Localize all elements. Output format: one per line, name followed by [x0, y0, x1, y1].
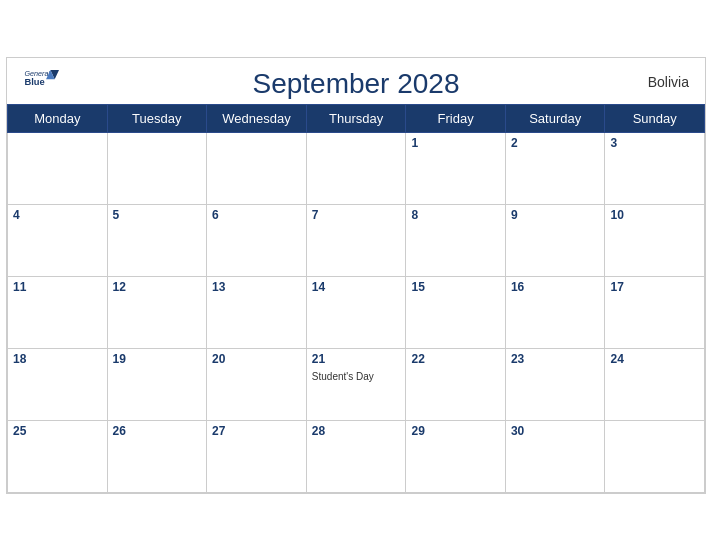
day-number: 18	[13, 352, 102, 366]
calendar-day-cell: 10	[605, 204, 705, 276]
calendar-day-cell	[107, 132, 207, 204]
day-number: 3	[610, 136, 699, 150]
day-number: 5	[113, 208, 202, 222]
calendar-day-cell: 20	[207, 348, 307, 420]
day-number: 4	[13, 208, 102, 222]
day-number: 1	[411, 136, 499, 150]
day-number: 21	[312, 352, 401, 366]
day-number: 13	[212, 280, 301, 294]
calendar-day-cell: 23	[505, 348, 605, 420]
calendar-day-cell: 22	[406, 348, 505, 420]
day-number: 27	[212, 424, 301, 438]
day-number: 30	[511, 424, 600, 438]
calendar-day-cell: 2	[505, 132, 605, 204]
calendar-day-cell: 29	[406, 420, 505, 492]
calendar-day-cell: 12	[107, 276, 207, 348]
calendar-day-cell	[306, 132, 406, 204]
calendar-day-cell: 3	[605, 132, 705, 204]
calendar-title: September 2028	[23, 68, 689, 100]
calendar-week-row: 123	[8, 132, 705, 204]
calendar-table: Monday Tuesday Wednesday Thursday Friday…	[7, 104, 705, 493]
calendar-day-cell: 8	[406, 204, 505, 276]
day-number: 25	[13, 424, 102, 438]
calendar-day-cell: 7	[306, 204, 406, 276]
calendar-day-cell: 5	[107, 204, 207, 276]
weekday-saturday: Saturday	[505, 104, 605, 132]
day-number: 28	[312, 424, 401, 438]
calendar-day-cell: 25	[8, 420, 108, 492]
day-number: 6	[212, 208, 301, 222]
day-number: 11	[13, 280, 102, 294]
calendar-day-cell: 6	[207, 204, 307, 276]
calendar-day-cell: 27	[207, 420, 307, 492]
calendar-day-cell: 14	[306, 276, 406, 348]
calendar-day-cell: 17	[605, 276, 705, 348]
weekday-friday: Friday	[406, 104, 505, 132]
calendar-week-row: 45678910	[8, 204, 705, 276]
day-number: 2	[511, 136, 600, 150]
calendar-day-cell: 15	[406, 276, 505, 348]
calendar-day-cell: 1	[406, 132, 505, 204]
day-number: 8	[411, 208, 499, 222]
day-number: 9	[511, 208, 600, 222]
calendar-day-cell: 28	[306, 420, 406, 492]
weekday-tuesday: Tuesday	[107, 104, 207, 132]
weekday-monday: Monday	[8, 104, 108, 132]
general-blue-logo-icon: General Blue	[23, 66, 59, 94]
calendar-day-cell	[207, 132, 307, 204]
day-number: 12	[113, 280, 202, 294]
day-number: 20	[212, 352, 301, 366]
weekday-sunday: Sunday	[605, 104, 705, 132]
calendar-day-cell: 21Student's Day	[306, 348, 406, 420]
weekday-wednesday: Wednesday	[207, 104, 307, 132]
calendar-day-cell: 13	[207, 276, 307, 348]
calendar-week-row: 252627282930	[8, 420, 705, 492]
calendar-day-cell	[605, 420, 705, 492]
day-number: 15	[411, 280, 499, 294]
day-number: 19	[113, 352, 202, 366]
calendar-day-cell: 4	[8, 204, 108, 276]
calendar-day-cell: 19	[107, 348, 207, 420]
day-number: 22	[411, 352, 499, 366]
calendar-day-cell: 11	[8, 276, 108, 348]
calendar-day-cell: 24	[605, 348, 705, 420]
calendar-day-cell: 18	[8, 348, 108, 420]
day-number: 24	[610, 352, 699, 366]
calendar-day-cell: 16	[505, 276, 605, 348]
day-number: 14	[312, 280, 401, 294]
day-number: 7	[312, 208, 401, 222]
calendar-week-row: 11121314151617	[8, 276, 705, 348]
day-number: 26	[113, 424, 202, 438]
weekday-header-row: Monday Tuesday Wednesday Thursday Friday…	[8, 104, 705, 132]
day-number: 16	[511, 280, 600, 294]
calendar-day-cell: 30	[505, 420, 605, 492]
calendar-day-cell	[8, 132, 108, 204]
calendar-header: General Blue September 2028 Bolivia	[7, 58, 705, 104]
svg-text:Blue: Blue	[24, 77, 44, 87]
day-number: 23	[511, 352, 600, 366]
day-number: 17	[610, 280, 699, 294]
brand-logo-area: General Blue	[23, 66, 59, 94]
calendar-week-row: 18192021Student's Day222324	[8, 348, 705, 420]
day-number: 29	[411, 424, 499, 438]
calendar-day-cell: 9	[505, 204, 605, 276]
day-event-label: Student's Day	[312, 371, 374, 382]
day-number: 10	[610, 208, 699, 222]
country-label: Bolivia	[648, 74, 689, 90]
weekday-thursday: Thursday	[306, 104, 406, 132]
calendar: General Blue September 2028 Bolivia Mond…	[6, 57, 706, 494]
calendar-day-cell: 26	[107, 420, 207, 492]
